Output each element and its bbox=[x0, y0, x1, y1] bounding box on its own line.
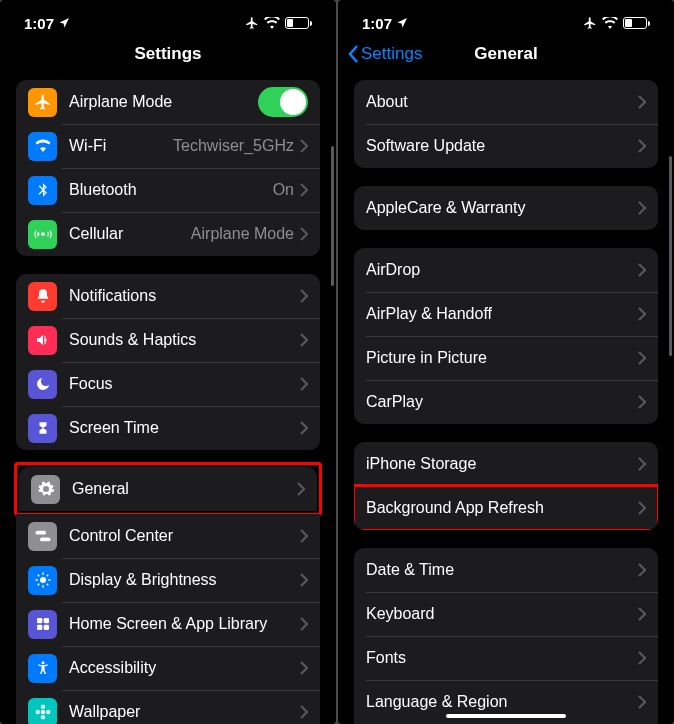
scrollbar[interactable] bbox=[331, 146, 334, 286]
settings-list[interactable]: Airplane Mode Wi-Fi Techwiser_5GHz Bluet… bbox=[0, 74, 336, 724]
row-software-update[interactable]: Software Update bbox=[354, 124, 658, 168]
row-date-time[interactable]: Date & Time bbox=[354, 548, 658, 592]
svg-point-1 bbox=[41, 232, 45, 236]
wifi-icon bbox=[264, 17, 280, 29]
group-connectivity: Airplane Mode Wi-Fi Techwiser_5GHz Bluet… bbox=[16, 80, 320, 256]
chevron-right-icon bbox=[300, 617, 308, 631]
row-carplay[interactable]: CarPlay bbox=[354, 380, 658, 424]
chevron-left-icon bbox=[348, 45, 359, 63]
gear-icon bbox=[31, 475, 60, 504]
row-label: Accessibility bbox=[69, 659, 300, 677]
row-label: Language & Region bbox=[366, 693, 638, 711]
general-screen: 1:07 Settings General About bbox=[338, 0, 674, 724]
back-label: Settings bbox=[361, 44, 422, 64]
row-label: Date & Time bbox=[366, 561, 638, 579]
speaker-icon bbox=[28, 326, 57, 355]
row-label: Sounds & Haptics bbox=[69, 331, 300, 349]
switches-icon bbox=[28, 522, 57, 551]
svg-point-14 bbox=[46, 710, 51, 715]
chevron-right-icon bbox=[638, 201, 646, 215]
accessibility-icon bbox=[28, 654, 57, 683]
airplane-toggle[interactable] bbox=[258, 87, 308, 117]
group-notifications: Notifications Sounds & Haptics Focus Scr… bbox=[16, 274, 320, 450]
scrollbar[interactable] bbox=[669, 156, 672, 356]
svg-point-9 bbox=[41, 661, 44, 664]
row-label: AirPlay & Handoff bbox=[366, 305, 638, 323]
chevron-right-icon bbox=[638, 651, 646, 665]
row-bluetooth[interactable]: Bluetooth On bbox=[16, 168, 320, 212]
airplane-icon bbox=[28, 88, 57, 117]
group-general: Control Center Display & Brightness Home… bbox=[16, 514, 320, 724]
row-sounds[interactable]: Sounds & Haptics bbox=[16, 318, 320, 362]
row-home-screen[interactable]: Home Screen & App Library bbox=[16, 602, 320, 646]
chevron-right-icon bbox=[300, 421, 308, 435]
settings-screen: 1:07 32 Settings Airplane Mode bbox=[0, 0, 336, 724]
nav-bar: Settings bbox=[0, 40, 336, 74]
svg-rect-2 bbox=[35, 531, 46, 535]
location-icon bbox=[58, 17, 70, 29]
row-focus[interactable]: Focus bbox=[16, 362, 320, 406]
row-detail: On bbox=[273, 181, 294, 199]
row-general[interactable]: General bbox=[19, 467, 317, 511]
page-title: General bbox=[474, 44, 537, 64]
row-airplay[interactable]: AirPlay & Handoff bbox=[354, 292, 658, 336]
chevron-right-icon bbox=[638, 95, 646, 109]
grid-icon bbox=[28, 610, 57, 639]
row-label: AppleCare & Warranty bbox=[366, 199, 638, 217]
row-about[interactable]: About bbox=[354, 80, 658, 124]
page-title: Settings bbox=[134, 44, 201, 64]
row-applecare[interactable]: AppleCare & Warranty bbox=[354, 186, 658, 230]
row-wallpaper[interactable]: Wallpaper bbox=[16, 690, 320, 724]
row-fonts[interactable]: Fonts bbox=[354, 636, 658, 680]
group-about: About Software Update bbox=[354, 80, 658, 168]
row-keyboard[interactable]: Keyboard bbox=[354, 592, 658, 636]
row-pip[interactable]: Picture in Picture bbox=[354, 336, 658, 380]
row-control-center[interactable]: Control Center bbox=[16, 514, 320, 558]
row-detail: Airplane Mode bbox=[191, 225, 294, 243]
row-label: Screen Time bbox=[69, 419, 300, 437]
chevron-right-icon bbox=[300, 333, 308, 347]
general-list[interactable]: About Software Update AppleCare & Warran… bbox=[338, 74, 674, 724]
row-cellular[interactable]: Cellular Airplane Mode bbox=[16, 212, 320, 256]
chevron-right-icon bbox=[638, 607, 646, 621]
home-indicator[interactable] bbox=[446, 714, 566, 718]
status-bar: 1:07 bbox=[338, 0, 674, 40]
row-label: Wallpaper bbox=[69, 703, 300, 721]
highlight-general: General bbox=[14, 462, 322, 516]
brightness-icon bbox=[28, 566, 57, 595]
row-airdrop[interactable]: AirDrop bbox=[354, 248, 658, 292]
row-detail: Techwiser_5GHz bbox=[173, 137, 294, 155]
row-wifi[interactable]: Wi-Fi Techwiser_5GHz bbox=[16, 124, 320, 168]
airplane-icon bbox=[245, 16, 259, 30]
chevron-right-icon bbox=[638, 695, 646, 709]
row-label: Focus bbox=[69, 375, 300, 393]
row-iphone-storage[interactable]: iPhone Storage bbox=[354, 442, 658, 486]
group-storage: iPhone Storage Background App Refresh bbox=[354, 442, 658, 530]
hourglass-icon bbox=[28, 414, 57, 443]
chevron-right-icon bbox=[638, 263, 646, 277]
row-label: AirDrop bbox=[366, 261, 638, 279]
row-label: About bbox=[366, 93, 638, 111]
row-airplane-mode[interactable]: Airplane Mode bbox=[16, 80, 320, 124]
svg-point-11 bbox=[40, 705, 45, 710]
row-notifications[interactable]: Notifications bbox=[16, 274, 320, 318]
row-background-app-refresh[interactable]: Background App Refresh bbox=[354, 486, 658, 530]
row-label: Bluetooth bbox=[69, 181, 273, 199]
row-label: Control Center bbox=[69, 527, 300, 545]
back-button[interactable]: Settings bbox=[348, 44, 422, 64]
row-screen-time[interactable]: Screen Time bbox=[16, 406, 320, 450]
chevron-right-icon bbox=[297, 482, 305, 496]
row-label: Airplane Mode bbox=[69, 93, 258, 111]
chevron-right-icon bbox=[300, 705, 308, 719]
row-accessibility[interactable]: Accessibility bbox=[16, 646, 320, 690]
location-icon bbox=[396, 17, 408, 29]
battery-icon bbox=[623, 17, 650, 29]
chevron-right-icon bbox=[300, 377, 308, 391]
svg-rect-8 bbox=[43, 625, 48, 630]
chevron-right-icon bbox=[638, 351, 646, 365]
row-display[interactable]: Display & Brightness bbox=[16, 558, 320, 602]
chevron-right-icon bbox=[300, 227, 308, 241]
group-date-time: Date & Time Keyboard Fonts Language & Re… bbox=[354, 548, 658, 724]
row-label: CarPlay bbox=[366, 393, 638, 411]
row-label: Notifications bbox=[69, 287, 300, 305]
